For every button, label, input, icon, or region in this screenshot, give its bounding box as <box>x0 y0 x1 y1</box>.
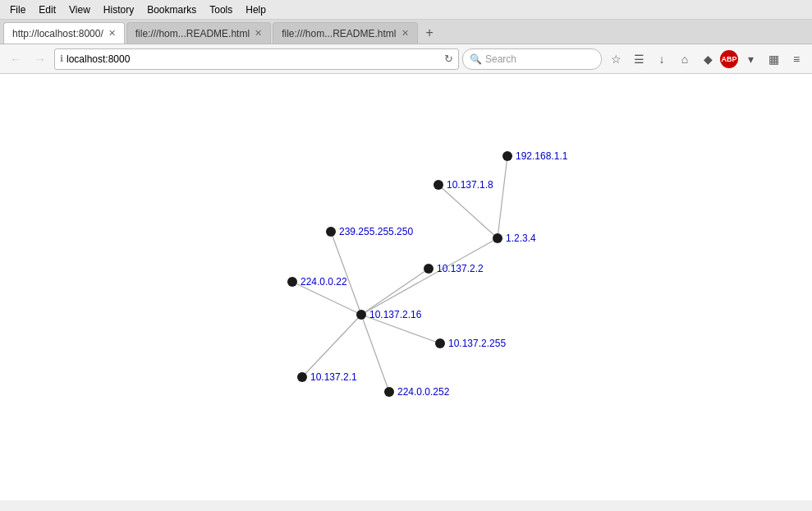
svg-point-27 <box>384 387 394 397</box>
svg-point-19 <box>287 277 297 287</box>
menu-edit[interactable]: Edit <box>32 2 62 17</box>
adblock-button[interactable]: ABP <box>720 50 738 68</box>
svg-point-9 <box>502 151 512 161</box>
search-icon: 🔍 <box>470 53 482 65</box>
svg-text:10.137.1.8: 10.137.1.8 <box>447 179 493 191</box>
svg-line-4 <box>361 269 429 315</box>
bookmark-star-button[interactable]: ☆ <box>605 48 626 70</box>
svg-point-25 <box>297 372 307 382</box>
svg-line-7 <box>302 315 361 377</box>
tab-3-label: file:///hom...README.html <box>282 28 396 39</box>
menu-tools[interactable]: Tools <box>203 2 239 17</box>
qr-code-button[interactable]: ▦ <box>763 48 784 70</box>
svg-text:239.255.255.250: 239.255.255.250 <box>339 226 413 237</box>
tab-2[interactable]: file:///hom...README.html ✕ <box>126 22 271 44</box>
svg-point-17 <box>424 264 434 274</box>
menu-file[interactable]: File <box>3 2 32 17</box>
tab-3[interactable]: file:///hom...README.html ✕ <box>273 22 417 44</box>
svg-line-0 <box>498 156 507 238</box>
tab-1-close[interactable]: ✕ <box>108 28 116 39</box>
svg-point-11 <box>434 180 443 190</box>
svg-point-13 <box>493 233 502 243</box>
search-placeholder: Search <box>485 53 516 65</box>
main-content: 192.168.1.110.137.1.81.2.3.4239.255.255.… <box>0 74 812 500</box>
new-tab-button[interactable]: + <box>420 22 440 44</box>
menu-view[interactable]: View <box>62 2 97 17</box>
menu-bar: File Edit View History Bookmarks Tools H… <box>0 0 812 20</box>
svg-text:192.168.1.1: 192.168.1.1 <box>516 150 568 162</box>
url-input[interactable] <box>67 53 441 65</box>
tab-3-close[interactable]: ✕ <box>401 28 409 39</box>
svg-text:224.0.0.252: 224.0.0.252 <box>397 386 450 398</box>
svg-point-15 <box>326 227 336 237</box>
menu-help[interactable]: Help <box>239 2 273 17</box>
menu-bookmarks[interactable]: Bookmarks <box>140 2 203 17</box>
svg-text:10.137.2.1: 10.137.2.1 <box>310 371 357 383</box>
svg-line-1 <box>438 185 498 238</box>
menu-button[interactable]: ≡ <box>786 48 807 70</box>
nav-icons: ☆ ☰ ↓ ⌂ ◆ ABP ▾ ▦ ≡ <box>605 48 807 70</box>
tab-1[interactable]: http://localhost:8000/ ✕ <box>3 22 125 44</box>
info-icon: ℹ <box>60 53 63 64</box>
svg-text:10.137.2.255: 10.137.2.255 <box>448 338 506 349</box>
tab-2-label: file:///hom...README.html <box>135 28 250 39</box>
svg-text:224.0.0.22: 224.0.0.22 <box>300 276 347 288</box>
url-bar: ℹ ↻ <box>54 48 459 70</box>
svg-line-2 <box>361 238 498 315</box>
tab-bar: http://localhost:8000/ ✕ file:///hom...R… <box>0 20 812 44</box>
network-graph: 192.168.1.110.137.1.81.2.3.4239.255.255.… <box>0 74 812 500</box>
menu-history[interactable]: History <box>97 2 140 17</box>
svg-text:1.2.3.4: 1.2.3.4 <box>506 232 536 244</box>
abp-dropdown[interactable]: ▾ <box>740 48 761 70</box>
nav-bar: ← → ℹ ↻ 🔍 Search ☆ ☰ ↓ ⌂ ◆ ABP ▾ ▦ ≡ <box>0 44 812 74</box>
back-button[interactable]: ← <box>5 48 26 70</box>
tab-1-label: http://localhost:8000/ <box>12 28 103 39</box>
tab-2-close[interactable]: ✕ <box>255 28 262 39</box>
svg-line-8 <box>361 315 389 392</box>
download-button[interactable]: ↓ <box>651 48 672 70</box>
home-button[interactable]: ⌂ <box>674 48 695 70</box>
pocket-button[interactable]: ◆ <box>697 48 718 70</box>
forward-button[interactable]: → <box>30 48 51 70</box>
svg-text:10.137.2.16: 10.137.2.16 <box>369 309 422 320</box>
svg-text:10.137.2.2: 10.137.2.2 <box>437 263 484 274</box>
reader-view-button[interactable]: ☰ <box>628 48 649 70</box>
svg-point-21 <box>356 310 366 320</box>
search-bar[interactable]: 🔍 Search <box>462 48 602 70</box>
reload-button[interactable]: ↻ <box>444 53 453 65</box>
svg-point-23 <box>435 338 445 348</box>
